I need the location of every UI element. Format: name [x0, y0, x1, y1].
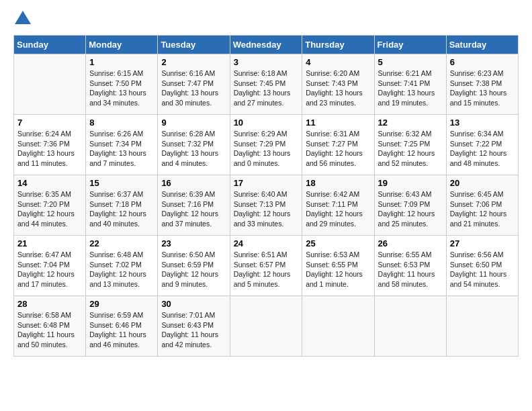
day-info: Sunrise: 6:56 AMSunset: 6:50 PMDaylight:… — [450, 250, 507, 288]
day-info: Sunrise: 6:59 AMSunset: 6:46 PMDaylight:… — [89, 311, 146, 349]
day-number: 3 — [234, 57, 299, 67]
calendar-cell: 26Sunrise: 6:55 AMSunset: 6:53 PMDayligh… — [374, 236, 446, 296]
day-info: Sunrise: 6:35 AMSunset: 7:20 PMDaylight:… — [17, 190, 75, 228]
calendar-cell — [374, 296, 446, 357]
day-number: 16 — [161, 178, 226, 188]
day-number: 9 — [161, 118, 226, 128]
day-number: 28 — [17, 299, 82, 309]
calendar-table: SundayMondayTuesdayWednesdayThursdayFrid… — [13, 35, 519, 357]
day-info: Sunrise: 6:21 AMSunset: 7:41 PMDaylight:… — [378, 69, 435, 107]
day-number: 19 — [378, 178, 443, 188]
calendar-cell: 17Sunrise: 6:40 AMSunset: 7:13 PMDayligh… — [230, 175, 302, 236]
calendar-cell — [302, 296, 374, 357]
day-info: Sunrise: 6:32 AMSunset: 7:25 PMDaylight:… — [378, 130, 435, 167]
day-info: Sunrise: 6:39 AMSunset: 7:16 PMDaylight:… — [161, 190, 218, 228]
day-info: Sunrise: 6:45 AMSunset: 7:06 PMDaylight:… — [450, 190, 507, 228]
day-number: 26 — [378, 238, 443, 248]
day-info: Sunrise: 6:23 AMSunset: 7:38 PMDaylight:… — [450, 69, 507, 107]
day-number: 21 — [17, 238, 82, 248]
logo-icon — [15, 11, 31, 24]
calendar-cell: 12Sunrise: 6:32 AMSunset: 7:25 PMDayligh… — [374, 115, 446, 175]
day-number: 17 — [234, 178, 299, 188]
day-info: Sunrise: 6:26 AMSunset: 7:34 PMDaylight:… — [89, 130, 146, 167]
day-info: Sunrise: 6:15 AMSunset: 7:50 PMDaylight:… — [89, 69, 146, 107]
day-info: Sunrise: 6:29 AMSunset: 7:29 PMDaylight:… — [234, 130, 291, 167]
calendar-cell: 1Sunrise: 6:15 AMSunset: 7:50 PMDaylight… — [86, 54, 158, 115]
day-number: 13 — [450, 118, 515, 128]
calendar-cell: 8Sunrise: 6:26 AMSunset: 7:34 PMDaylight… — [86, 115, 158, 175]
day-number: 11 — [306, 118, 370, 128]
calendar-cell: 7Sunrise: 6:24 AMSunset: 7:36 PMDaylight… — [14, 115, 86, 175]
day-number: 30 — [161, 299, 226, 309]
page-header — [13, 13, 519, 24]
calendar-cell: 11Sunrise: 6:31 AMSunset: 7:27 PMDayligh… — [302, 115, 374, 175]
day-number: 7 — [17, 118, 82, 128]
calendar-cell: 16Sunrise: 6:39 AMSunset: 7:16 PMDayligh… — [158, 175, 230, 236]
calendar-cell: 19Sunrise: 6:43 AMSunset: 7:09 PMDayligh… — [374, 175, 446, 236]
calendar-cell: 14Sunrise: 6:35 AMSunset: 7:20 PMDayligh… — [14, 175, 86, 236]
calendar-cell: 10Sunrise: 6:29 AMSunset: 7:29 PMDayligh… — [230, 115, 302, 175]
day-number: 1 — [89, 57, 154, 67]
calendar-cell: 15Sunrise: 6:37 AMSunset: 7:18 PMDayligh… — [86, 175, 158, 236]
day-number: 14 — [17, 178, 82, 188]
col-header-sunday: Sunday — [14, 36, 86, 54]
day-info: Sunrise: 6:34 AMSunset: 7:22 PMDaylight:… — [450, 130, 507, 167]
day-info: Sunrise: 6:20 AMSunset: 7:43 PMDaylight:… — [306, 69, 363, 107]
day-info: Sunrise: 6:55 AMSunset: 6:53 PMDaylight:… — [378, 250, 435, 288]
day-number: 5 — [378, 57, 443, 67]
calendar-cell — [230, 296, 302, 357]
day-info: Sunrise: 6:48 AMSunset: 7:02 PMDaylight:… — [89, 250, 146, 288]
day-info: Sunrise: 6:37 AMSunset: 7:18 PMDaylight:… — [89, 190, 146, 228]
calendar-cell: 5Sunrise: 6:21 AMSunset: 7:41 PMDaylight… — [374, 54, 446, 115]
day-number: 20 — [450, 178, 515, 188]
day-number: 22 — [89, 238, 154, 248]
day-number: 18 — [306, 178, 370, 188]
day-info: Sunrise: 6:28 AMSunset: 7:32 PMDaylight:… — [161, 130, 218, 167]
day-info: Sunrise: 6:31 AMSunset: 7:27 PMDaylight:… — [306, 130, 363, 167]
day-number: 29 — [89, 299, 154, 309]
day-number: 23 — [161, 238, 226, 248]
col-header-wednesday: Wednesday — [230, 36, 302, 54]
day-number: 6 — [450, 57, 515, 67]
day-number: 27 — [450, 238, 515, 248]
calendar-cell: 18Sunrise: 6:42 AMSunset: 7:11 PMDayligh… — [302, 175, 374, 236]
col-header-thursday: Thursday — [302, 36, 374, 54]
day-number: 4 — [306, 57, 370, 67]
day-number: 15 — [89, 178, 154, 188]
calendar-cell: 13Sunrise: 6:34 AMSunset: 7:22 PMDayligh… — [446, 115, 518, 175]
day-number: 12 — [378, 118, 443, 128]
day-number: 24 — [234, 238, 299, 248]
calendar-cell: 9Sunrise: 6:28 AMSunset: 7:32 PMDaylight… — [158, 115, 230, 175]
day-info: Sunrise: 6:18 AMSunset: 7:45 PMDaylight:… — [234, 69, 291, 107]
day-number: 25 — [306, 238, 370, 248]
calendar-cell: 30Sunrise: 7:01 AMSunset: 6:43 PMDayligh… — [158, 296, 230, 357]
day-number: 10 — [234, 118, 299, 128]
logo — [13, 13, 31, 24]
day-info: Sunrise: 7:01 AMSunset: 6:43 PMDaylight:… — [161, 311, 218, 349]
calendar-cell: 4Sunrise: 6:20 AMSunset: 7:43 PMDaylight… — [302, 54, 374, 115]
day-info: Sunrise: 6:16 AMSunset: 7:47 PMDaylight:… — [161, 69, 218, 107]
day-info: Sunrise: 6:51 AMSunset: 6:57 PMDaylight:… — [234, 250, 291, 288]
day-info: Sunrise: 6:42 AMSunset: 7:11 PMDaylight:… — [306, 190, 363, 228]
calendar-cell: 2Sunrise: 6:16 AMSunset: 7:47 PMDaylight… — [158, 54, 230, 115]
day-info: Sunrise: 6:43 AMSunset: 7:09 PMDaylight:… — [378, 190, 435, 228]
day-info: Sunrise: 6:40 AMSunset: 7:13 PMDaylight:… — [234, 190, 291, 228]
svg-marker-0 — [15, 11, 31, 24]
calendar-cell — [446, 296, 518, 357]
calendar-cell: 29Sunrise: 6:59 AMSunset: 6:46 PMDayligh… — [86, 296, 158, 357]
col-header-saturday: Saturday — [446, 36, 518, 54]
calendar-cell: 23Sunrise: 6:50 AMSunset: 6:59 PMDayligh… — [158, 236, 230, 296]
day-info: Sunrise: 6:24 AMSunset: 7:36 PMDaylight:… — [17, 130, 75, 167]
calendar-cell: 24Sunrise: 6:51 AMSunset: 6:57 PMDayligh… — [230, 236, 302, 296]
col-header-tuesday: Tuesday — [158, 36, 230, 54]
day-number: 8 — [89, 118, 154, 128]
calendar-cell: 3Sunrise: 6:18 AMSunset: 7:45 PMDaylight… — [230, 54, 302, 115]
calendar-cell: 22Sunrise: 6:48 AMSunset: 7:02 PMDayligh… — [86, 236, 158, 296]
day-info: Sunrise: 6:53 AMSunset: 6:55 PMDaylight:… — [306, 250, 363, 288]
calendar-cell: 25Sunrise: 6:53 AMSunset: 6:55 PMDayligh… — [302, 236, 374, 296]
col-header-monday: Monday — [86, 36, 158, 54]
calendar-cell: 21Sunrise: 6:47 AMSunset: 7:04 PMDayligh… — [14, 236, 86, 296]
calendar-cell — [14, 54, 86, 115]
col-header-friday: Friday — [374, 36, 446, 54]
day-number: 2 — [161, 57, 226, 67]
